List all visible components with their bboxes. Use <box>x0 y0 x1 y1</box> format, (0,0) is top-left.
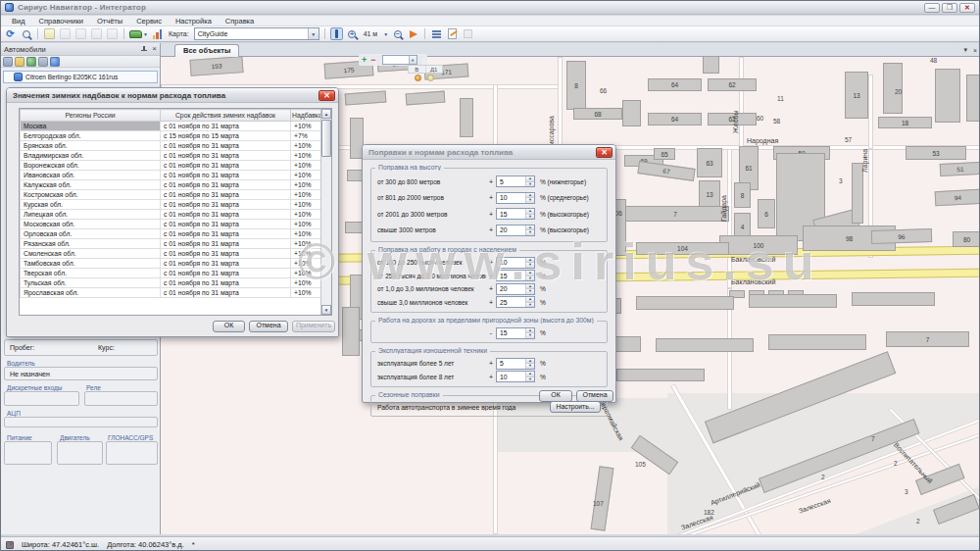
edit-icon[interactable] <box>15 57 24 67</box>
spinner-down-icon[interactable]: ▼ <box>526 215 534 220</box>
menu-item-Вид[interactable]: Вид <box>5 17 32 25</box>
spinner-arrows[interactable]: ▲▼ <box>525 359 534 369</box>
tab-close-icon[interactable]: × <box>973 47 977 54</box>
correction-spinner[interactable]: 20▲▼ <box>496 225 535 236</box>
corrections-dialog-title-bar[interactable]: Поправки к нормам расхода топлива ✕ <box>363 145 615 160</box>
col-region[interactable]: Регионы России <box>21 110 161 122</box>
correction-spinner[interactable]: 5▲▼ <box>496 175 535 187</box>
spinner-arrows[interactable]: ▲▼ <box>525 258 534 268</box>
scale-chevron-icon[interactable]: ▼ <box>383 31 388 37</box>
corrections-dialog-close-icon[interactable]: ✕ <box>596 147 612 158</box>
spinner-arrows[interactable]: ▲▼ <box>525 225 534 235</box>
correction-spinner[interactable]: 10▲▼ <box>496 257 535 269</box>
tab-list-chevron-icon[interactable]: ▾ <box>963 46 967 54</box>
object-list-button[interactable] <box>430 27 443 40</box>
table-row[interactable]: Костромская обл.с 01 ноября по 31 марта+… <box>21 190 322 200</box>
refresh-button[interactable]: ⟳ <box>4 27 17 40</box>
vehicle-filter-combo[interactable]: ▼ <box>382 55 417 65</box>
regions-table[interactable]: Регионы России Срок действия зимних надб… <box>20 109 322 298</box>
menu-item-Справочники[interactable]: Справочники <box>32 17 90 25</box>
spinner-down-icon[interactable]: ▼ <box>526 263 534 268</box>
pin-icon[interactable] <box>140 45 148 54</box>
correction-spinner[interactable]: 10▲▼ <box>496 371 535 382</box>
table-row[interactable]: Москвас 01 ноября по 31 марта+10% <box>21 122 322 131</box>
table-row[interactable]: Тверская обл.с 01 ноября по 31 марта+10% <box>21 269 322 278</box>
correction-spinner[interactable]: 5▲▼ <box>496 358 535 370</box>
winter-ok-button[interactable]: ОК <box>213 321 245 332</box>
scroll-thumb[interactable] <box>321 120 331 157</box>
close-button[interactable]: ✕ <box>959 3 975 13</box>
correction-spinner[interactable]: 15▲▼ <box>496 208 535 220</box>
table-row[interactable]: Курская обл.с 01 ноября по 31 марта+10% <box>21 200 322 210</box>
device-icon[interactable] <box>3 57 13 67</box>
table-row[interactable]: Тамбовская обл.с 01 ноября по 31 марта+1… <box>21 259 322 269</box>
table-row[interactable]: Орловская обл.с 01 ноября по 31 марта+10… <box>21 229 322 239</box>
table-row[interactable]: Рязанская обл.с 01 ноября по 31 марта+10… <box>21 239 322 249</box>
table-row[interactable]: Тульская обл.с 01 ноября по 31 марта+10% <box>21 278 322 288</box>
table-row[interactable]: Ивановская обл.с 01 ноября по 31 марта+1… <box>21 171 322 180</box>
spinner-arrows[interactable]: ▲▼ <box>525 271 534 280</box>
table-row[interactable]: Брянская обл.с 01 ноября по 31 марта+10% <box>21 141 322 151</box>
locate-button[interactable] <box>407 27 419 40</box>
report-page-button[interactable] <box>43 27 56 40</box>
edit-map-button[interactable] <box>446 27 459 40</box>
map-scale-value[interactable]: 41 м <box>364 30 378 37</box>
zoom-out-button[interactable]: − <box>391 27 404 40</box>
spinner-down-icon[interactable]: ▼ <box>526 289 534 294</box>
restore-button[interactable]: ❒ <box>942 3 957 13</box>
panel-close-icon[interactable]: × <box>152 45 157 53</box>
scroll-down-icon[interactable]: ▼ <box>321 305 331 315</box>
table-row[interactable]: Липецкая обл.с 01 ноября по 31 марта+10% <box>21 210 322 220</box>
menu-item-Настройка[interactable]: Настройка <box>169 17 219 25</box>
tab-all-objects[interactable]: Все объекты <box>174 44 239 57</box>
correction-spinner[interactable]: 10▲▼ <box>496 192 535 204</box>
correction-spinner[interactable]: 15▲▼ <box>496 270 535 281</box>
table-row[interactable]: Ярославская обл.с 01 ноября по 31 марта+… <box>21 288 322 298</box>
minimize-button[interactable]: — <box>924 3 940 13</box>
zoom-in-button[interactable]: + <box>346 27 359 40</box>
winter-cancel-button[interactable]: Отмена <box>249 321 288 332</box>
menu-item-Справка[interactable]: Справка <box>219 17 261 25</box>
add-vehicle-icon[interactable]: + <box>362 55 367 65</box>
corrections-ok-button[interactable]: ОК <box>539 390 572 402</box>
menu-item-Отчёты[interactable]: Отчёты <box>90 17 129 25</box>
table-row[interactable]: Московская обл.с 01 ноября по 31 марта+1… <box>21 220 322 229</box>
spinner-down-icon[interactable]: ▼ <box>526 303 534 308</box>
spinner-down-icon[interactable]: ▼ <box>526 230 534 235</box>
spinner-arrows[interactable]: ▲▼ <box>525 284 534 294</box>
winter-dialog-close-icon[interactable]: ✕ <box>318 90 335 101</box>
corrections-cancel-button[interactable]: Отмена <box>576 390 613 402</box>
correction-spinner[interactable]: 25▲▼ <box>496 296 535 308</box>
table-row[interactable]: Белгородская обл.с 15 ноября по 15 марта… <box>21 131 322 141</box>
scroll-up-icon[interactable]: ▲ <box>321 109 331 119</box>
correction-spinner[interactable]: 15▲▼ <box>496 327 535 339</box>
spinner-down-icon[interactable]: ▼ <box>526 364 534 369</box>
vehicle-tree-item[interactable]: Citroen Berlingo E205KC 161rus <box>3 71 158 83</box>
col-period[interactable]: Срок действия зимних надбавок <box>161 110 291 122</box>
spinner-arrows[interactable]: ▲▼ <box>525 209 534 219</box>
season-configure-button[interactable]: Настроить... <box>550 401 601 413</box>
col-surcharge[interactable]: Надбавка <box>291 110 322 122</box>
winter-dialog-title-bar[interactable]: Значения зимних надбавок к нормам расход… <box>7 88 338 103</box>
table-row[interactable]: Воронежская обл.с 01 ноября по 31 марта+… <box>21 161 322 171</box>
map-source-combo[interactable]: CityGuide▼ <box>194 27 319 40</box>
spinner-arrows[interactable]: ▲▼ <box>525 176 534 186</box>
spinner-arrows[interactable]: ▲▼ <box>525 328 534 338</box>
remove-vehicle-icon[interactable]: − <box>370 55 375 65</box>
table-row[interactable]: Смоленская обл.с 01 ноября по 31 марта+1… <box>21 249 322 259</box>
spinner-arrows[interactable]: ▲▼ <box>525 193 534 203</box>
table-row[interactable]: Владимирская обл.с 01 ноября по 31 марта… <box>21 151 322 161</box>
world-icon[interactable] <box>50 57 60 67</box>
globe-icon[interactable] <box>26 57 36 67</box>
binoculars-icon[interactable] <box>38 57 48 67</box>
spinner-arrows[interactable]: ▲▼ <box>525 297 534 307</box>
chart-button[interactable] <box>151 27 164 40</box>
spinner-down-icon[interactable]: ▼ <box>526 276 534 281</box>
search-button[interactable] <box>20 27 32 40</box>
spinner-down-icon[interactable]: ▼ <box>526 198 534 203</box>
chevron-down-icon[interactable]: ▼ <box>308 28 318 39</box>
menu-item-Сервис[interactable]: Сервис <box>129 17 169 25</box>
vehicle-tracking-button[interactable]: ▼ <box>129 27 148 40</box>
spinner-down-icon[interactable]: ▼ <box>526 182 534 187</box>
table-scrollbar[interactable]: ▲ ▼ <box>320 109 331 315</box>
